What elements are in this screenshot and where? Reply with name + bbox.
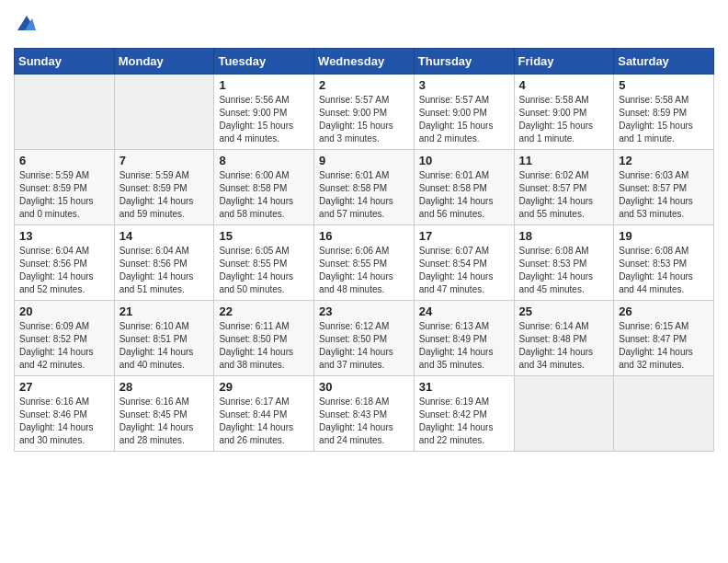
day-info: Sunrise: 6:01 AM Sunset: 8:58 PM Dayligh… xyxy=(319,169,409,221)
day-info: Sunrise: 6:06 AM Sunset: 8:55 PM Dayligh… xyxy=(319,245,409,296)
calendar-week-row: 27Sunrise: 6:16 AM Sunset: 8:46 PM Dayli… xyxy=(15,376,714,452)
calendar-cell: 25Sunrise: 6:14 AM Sunset: 8:48 PM Dayli… xyxy=(514,301,614,376)
calendar-cell: 13Sunrise: 6:04 AM Sunset: 8:56 PM Dayli… xyxy=(15,225,115,301)
day-info: Sunrise: 6:05 AM Sunset: 8:55 PM Dayligh… xyxy=(219,245,309,296)
day-number: 10 xyxy=(419,154,509,167)
day-number: 8 xyxy=(219,154,309,167)
calendar-cell: 22Sunrise: 6:11 AM Sunset: 8:50 PM Dayli… xyxy=(214,301,314,376)
calendar-week-row: 1Sunrise: 5:56 AM Sunset: 9:00 PM Daylig… xyxy=(15,75,714,150)
calendar-cell xyxy=(114,75,214,150)
day-number: 6 xyxy=(19,154,109,167)
day-number: 31 xyxy=(419,380,509,394)
calendar-cell: 3Sunrise: 5:57 AM Sunset: 9:00 PM Daylig… xyxy=(414,75,514,150)
day-info: Sunrise: 6:16 AM Sunset: 8:45 PM Dayligh… xyxy=(119,396,210,447)
day-number: 9 xyxy=(319,154,409,167)
day-number: 22 xyxy=(219,304,309,318)
calendar-week-row: 13Sunrise: 6:04 AM Sunset: 8:56 PM Dayli… xyxy=(15,225,714,301)
day-number: 27 xyxy=(19,380,109,394)
calendar-cell: 27Sunrise: 6:16 AM Sunset: 8:46 PM Dayli… xyxy=(15,376,115,452)
day-info: Sunrise: 6:13 AM Sunset: 8:49 PM Dayligh… xyxy=(419,320,509,372)
weekday-header-monday: Monday xyxy=(114,49,214,75)
day-info: Sunrise: 5:58 AM Sunset: 9:00 PM Dayligh… xyxy=(519,94,609,145)
day-number: 28 xyxy=(119,380,210,394)
day-number: 19 xyxy=(619,229,709,243)
day-number: 3 xyxy=(419,78,509,92)
calendar-cell: 18Sunrise: 6:08 AM Sunset: 8:53 PM Dayli… xyxy=(514,225,614,301)
day-info: Sunrise: 6:11 AM Sunset: 8:50 PM Dayligh… xyxy=(219,320,309,372)
day-info: Sunrise: 6:17 AM Sunset: 8:44 PM Dayligh… xyxy=(219,396,309,447)
day-info: Sunrise: 6:03 AM Sunset: 8:57 PM Dayligh… xyxy=(619,169,709,221)
day-number: 4 xyxy=(519,78,609,92)
calendar-cell: 28Sunrise: 6:16 AM Sunset: 8:45 PM Dayli… xyxy=(114,376,214,452)
day-number: 15 xyxy=(219,229,309,243)
day-info: Sunrise: 6:02 AM Sunset: 8:57 PM Dayligh… xyxy=(519,169,609,221)
calendar-cell: 30Sunrise: 6:18 AM Sunset: 8:43 PM Dayli… xyxy=(314,376,415,452)
weekday-header-wednesday: Wednesday xyxy=(314,49,415,75)
day-number: 5 xyxy=(619,78,709,92)
calendar-cell: 1Sunrise: 5:56 AM Sunset: 9:00 PM Daylig… xyxy=(214,75,314,150)
day-info: Sunrise: 5:59 AM Sunset: 8:59 PM Dayligh… xyxy=(19,169,109,221)
day-info: Sunrise: 5:56 AM Sunset: 9:00 PM Dayligh… xyxy=(219,94,309,145)
day-number: 26 xyxy=(619,304,709,318)
day-number: 13 xyxy=(19,229,109,243)
calendar-cell xyxy=(15,75,115,150)
weekday-header-thursday: Thursday xyxy=(414,49,514,75)
day-number: 12 xyxy=(619,154,709,167)
day-info: Sunrise: 6:07 AM Sunset: 8:54 PM Dayligh… xyxy=(419,245,509,296)
day-info: Sunrise: 6:09 AM Sunset: 8:52 PM Dayligh… xyxy=(19,320,109,372)
day-info: Sunrise: 6:00 AM Sunset: 8:58 PM Dayligh… xyxy=(219,169,309,221)
calendar-cell: 12Sunrise: 6:03 AM Sunset: 8:57 PM Dayli… xyxy=(614,150,714,225)
calendar-cell: 8Sunrise: 6:00 AM Sunset: 8:58 PM Daylig… xyxy=(214,150,314,225)
calendar-cell: 6Sunrise: 5:59 AM Sunset: 8:59 PM Daylig… xyxy=(15,150,115,225)
weekday-header-tuesday: Tuesday xyxy=(214,49,314,75)
calendar-cell: 23Sunrise: 6:12 AM Sunset: 8:50 PM Dayli… xyxy=(314,301,415,376)
day-info: Sunrise: 6:15 AM Sunset: 8:47 PM Dayligh… xyxy=(619,320,709,372)
page-header xyxy=(14,14,714,39)
calendar-table: SundayMondayTuesdayWednesdayThursdayFrid… xyxy=(14,48,714,452)
calendar-cell: 24Sunrise: 6:13 AM Sunset: 8:49 PM Dayli… xyxy=(414,301,514,376)
day-number: 20 xyxy=(19,304,109,318)
day-number: 21 xyxy=(119,304,210,318)
day-number: 14 xyxy=(119,229,210,243)
calendar-cell: 21Sunrise: 6:10 AM Sunset: 8:51 PM Dayli… xyxy=(114,301,214,376)
calendar-cell: 29Sunrise: 6:17 AM Sunset: 8:44 PM Dayli… xyxy=(214,376,314,452)
day-info: Sunrise: 5:57 AM Sunset: 9:00 PM Dayligh… xyxy=(419,94,509,145)
calendar-week-row: 20Sunrise: 6:09 AM Sunset: 8:52 PM Dayli… xyxy=(15,301,714,376)
calendar-cell: 4Sunrise: 5:58 AM Sunset: 9:00 PM Daylig… xyxy=(514,75,614,150)
day-info: Sunrise: 5:58 AM Sunset: 8:59 PM Dayligh… xyxy=(619,94,709,145)
day-number: 23 xyxy=(319,304,409,318)
day-info: Sunrise: 6:18 AM Sunset: 8:43 PM Dayligh… xyxy=(319,396,409,447)
day-number: 16 xyxy=(319,229,409,243)
calendar-week-row: 6Sunrise: 5:59 AM Sunset: 8:59 PM Daylig… xyxy=(15,150,714,225)
day-info: Sunrise: 5:57 AM Sunset: 9:00 PM Dayligh… xyxy=(319,94,409,145)
weekday-header-saturday: Saturday xyxy=(614,49,714,75)
day-number: 29 xyxy=(219,380,309,394)
day-info: Sunrise: 6:08 AM Sunset: 8:53 PM Dayligh… xyxy=(519,245,609,296)
weekday-header-sunday: Sunday xyxy=(15,49,115,75)
calendar-cell: 11Sunrise: 6:02 AM Sunset: 8:57 PM Dayli… xyxy=(514,150,614,225)
day-number: 24 xyxy=(419,304,509,318)
day-info: Sunrise: 6:16 AM Sunset: 8:46 PM Dayligh… xyxy=(19,396,109,447)
calendar-cell: 26Sunrise: 6:15 AM Sunset: 8:47 PM Dayli… xyxy=(614,301,714,376)
day-info: Sunrise: 6:04 AM Sunset: 8:56 PM Dayligh… xyxy=(119,245,210,296)
day-number: 11 xyxy=(519,154,609,167)
calendar-cell: 2Sunrise: 5:57 AM Sunset: 9:00 PM Daylig… xyxy=(314,75,415,150)
day-number: 17 xyxy=(419,229,509,243)
calendar-cell: 10Sunrise: 6:01 AM Sunset: 8:58 PM Dayli… xyxy=(414,150,514,225)
day-info: Sunrise: 6:12 AM Sunset: 8:50 PM Dayligh… xyxy=(319,320,409,372)
day-info: Sunrise: 6:19 AM Sunset: 8:42 PM Dayligh… xyxy=(419,396,509,447)
day-number: 2 xyxy=(319,78,409,92)
day-info: Sunrise: 6:01 AM Sunset: 8:58 PM Dayligh… xyxy=(419,169,509,221)
calendar-cell: 15Sunrise: 6:05 AM Sunset: 8:55 PM Dayli… xyxy=(214,225,314,301)
calendar-cell: 31Sunrise: 6:19 AM Sunset: 8:42 PM Dayli… xyxy=(414,376,514,452)
day-info: Sunrise: 6:14 AM Sunset: 8:48 PM Dayligh… xyxy=(519,320,609,372)
calendar-cell: 20Sunrise: 6:09 AM Sunset: 8:52 PM Dayli… xyxy=(15,301,115,376)
logo-general-text xyxy=(14,14,36,39)
calendar-body: 1Sunrise: 5:56 AM Sunset: 9:00 PM Daylig… xyxy=(15,75,714,452)
logo xyxy=(14,14,40,39)
day-info: Sunrise: 5:59 AM Sunset: 8:59 PM Dayligh… xyxy=(119,169,210,221)
calendar-cell: 14Sunrise: 6:04 AM Sunset: 8:56 PM Dayli… xyxy=(114,225,214,301)
weekday-header-friday: Friday xyxy=(514,49,614,75)
calendar-cell xyxy=(514,376,614,452)
logo-icon xyxy=(16,14,36,34)
